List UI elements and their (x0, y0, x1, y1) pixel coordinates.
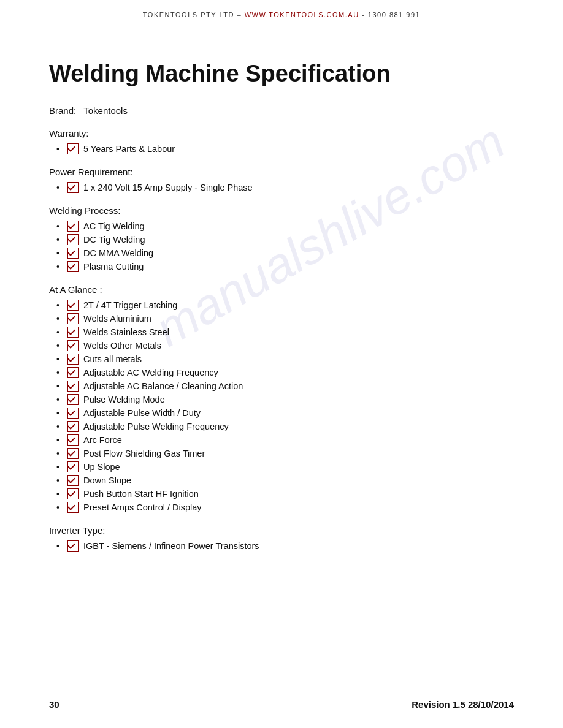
welding-item-0: AC Tig Welding (83, 221, 145, 231)
footer-revision: Revision 1.5 28/10/2014 (412, 699, 514, 710)
glance-item-10: Arc Force (83, 435, 122, 445)
checkbox-icon (67, 340, 79, 351)
glance-item-12: Up Slope (83, 462, 120, 472)
list-item: Adjustable AC Balance / Cleaning Action (67, 381, 514, 392)
checkbox-icon (67, 434, 79, 446)
glance-item-9: Adjustable Pulse Welding Frequency (83, 422, 229, 431)
warranty-label: Warranty: (49, 128, 514, 138)
checkbox-icon (67, 488, 79, 499)
list-item: Adjustable Pulse Welding Frequency (67, 421, 514, 432)
glance-item-6: Adjustable AC Balance / Cleaning Action (83, 381, 243, 391)
checkbox-icon (67, 221, 79, 232)
power-item-0: 1 x 240 Volt 15 Amp Supply - Single Phas… (83, 183, 253, 192)
header-link[interactable]: WWW.TOKENTOOLS.COM.AU (245, 11, 359, 18)
glance-item-13: Down Slope (83, 476, 131, 485)
header-text: TOKENTOOLS PTY LTD – (143, 11, 242, 18)
list-item: 2T / 4T Trigger Latching (67, 300, 514, 311)
warranty-list: 5 Years Parts & Labour (49, 143, 514, 154)
checkbox-icon (67, 143, 79, 154)
welding-item-2: DC MMA Welding (83, 248, 153, 258)
page-title: Welding Machine Specification (49, 61, 514, 87)
checkbox-icon (67, 475, 79, 486)
list-item: Post Flow Shielding Gas Timer (67, 448, 514, 459)
list-item: Down Slope (67, 475, 514, 486)
inverter-type-label: Inverter Type: (49, 525, 514, 536)
list-item: Welds Other Metals (67, 340, 514, 351)
brand-value: Tokentools (83, 105, 128, 116)
at-a-glance-list: 2T / 4T Trigger Latching Welds Aluminium… (49, 300, 514, 513)
list-item: Arc Force (67, 434, 514, 446)
glance-item-5: Adjustable AC Welding Frequency (83, 368, 218, 377)
checkbox-icon (67, 261, 79, 272)
power-list: 1 x 240 Volt 15 Amp Supply - Single Phas… (49, 182, 514, 193)
checkbox-icon (67, 182, 79, 193)
inverter-type-list: IGBT - Siemens / Infineon Power Transist… (49, 540, 514, 552)
checkbox-icon (67, 300, 79, 311)
welding-process-list: AC Tig Welding DC Tig Welding DC MMA Wel… (49, 221, 514, 272)
list-item: Push Button Start HF Ignition (67, 488, 514, 499)
glance-item-3: Welds Other Metals (83, 341, 161, 351)
at-a-glance-label: At A Glance : (49, 284, 514, 295)
checkbox-icon (67, 327, 79, 338)
power-label: Power Requirement: (49, 167, 514, 177)
welding-item-3: Plasma Cutting (83, 262, 144, 271)
glance-item-14: Push Button Start HF Ignition (83, 489, 199, 499)
list-item: Preset Amps Control / Display (67, 502, 514, 513)
header-phone: - 1300 881 991 (362, 11, 420, 18)
brand-key: Brand: (49, 105, 76, 116)
list-item: 1 x 240 Volt 15 Amp Supply - Single Phas… (67, 182, 514, 193)
checkbox-icon (67, 408, 79, 419)
glance-item-8: Adjustable Pulse Width / Duty (83, 408, 201, 418)
warranty-item-0: 5 Years Parts & Labour (83, 144, 175, 154)
glance-item-2: Welds Stainless Steel (83, 327, 169, 337)
checkbox-icon (67, 394, 79, 405)
list-item: Up Slope (67, 461, 514, 472)
list-item: Welds Stainless Steel (67, 327, 514, 338)
main-content: Welding Machine Specification Brand: Tok… (49, 61, 514, 552)
checkbox-icon (67, 448, 79, 459)
checkbox-icon (67, 461, 79, 472)
checkbox-icon (67, 381, 79, 392)
glance-item-7: Pulse Welding Mode (83, 395, 165, 404)
checkbox-icon (67, 540, 79, 552)
checkbox-icon (67, 421, 79, 432)
checkbox-icon (67, 313, 79, 324)
page-footer: 30 Revision 1.5 28/10/2014 (49, 694, 514, 710)
list-item: Adjustable AC Welding Frequency (67, 367, 514, 378)
glance-item-4: Cuts all metals (83, 354, 142, 364)
checkbox-icon (67, 502, 79, 513)
glance-item-15: Preset Amps Control / Display (83, 502, 202, 512)
checkbox-icon (67, 248, 79, 259)
inverter-item-0: IGBT - Siemens / Infineon Power Transist… (83, 541, 259, 551)
list-item: Welds Aluminium (67, 313, 514, 324)
checkbox-icon (67, 367, 79, 378)
checkbox-icon (67, 234, 79, 245)
footer-page-number: 30 (49, 699, 59, 710)
list-item: IGBT - Siemens / Infineon Power Transist… (67, 540, 514, 552)
glance-item-0: 2T / 4T Trigger Latching (83, 300, 177, 310)
welding-process-label: Welding Process: (49, 205, 514, 216)
brand-row: Brand: Tokentools (49, 105, 514, 116)
glance-item-1: Welds Aluminium (83, 314, 151, 324)
list-item: DC Tig Welding (67, 234, 514, 245)
page-header: TOKENTOOLS PTY LTD – WWW.TOKENTOOLS.COM.… (49, 0, 514, 27)
list-item: AC Tig Welding (67, 221, 514, 232)
list-item: Plasma Cutting (67, 261, 514, 272)
list-item: Pulse Welding Mode (67, 394, 514, 405)
list-item: Cuts all metals (67, 354, 514, 365)
list-item: DC MMA Welding (67, 248, 514, 259)
list-item: Adjustable Pulse Width / Duty (67, 408, 514, 419)
checkbox-icon (67, 354, 79, 365)
glance-item-11: Post Flow Shielding Gas Timer (83, 449, 205, 458)
list-item: 5 Years Parts & Labour (67, 143, 514, 154)
welding-item-1: DC Tig Welding (83, 235, 145, 245)
